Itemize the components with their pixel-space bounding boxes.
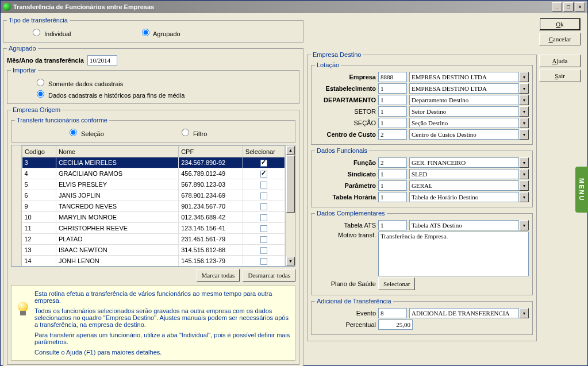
- parametro-dropdown-button[interactable]: ▾: [519, 180, 529, 191]
- mes-ano-input[interactable]: [87, 55, 117, 66]
- radio-filtro[interactable]: [182, 129, 189, 136]
- cell-codigo[interactable]: 3: [22, 157, 56, 168]
- row-checkbox[interactable]: [260, 182, 267, 188]
- cell-selecionar[interactable]: [243, 212, 285, 223]
- cell-selecionar[interactable]: [243, 168, 285, 179]
- side-menu-tab[interactable]: MENU: [575, 167, 588, 213]
- cell-cpf[interactable]: 123.145.156-41: [179, 223, 243, 234]
- cell-codigo[interactable]: 6: [22, 190, 56, 201]
- scroll-up-button[interactable]: ▲: [286, 146, 295, 155]
- grid-scrollbar[interactable]: ▲ ▼: [285, 145, 295, 266]
- cell-codigo[interactable]: 10: [22, 212, 56, 223]
- cell-nome[interactable]: GRACILIANO RAMOS: [56, 168, 178, 179]
- row-checkbox[interactable]: [260, 225, 267, 232]
- cell-selecionar[interactable]: [243, 234, 285, 245]
- radio-agrupado-label[interactable]: Agrupado: [139, 27, 180, 37]
- col-codigo-header[interactable]: Codigo: [22, 146, 56, 157]
- cell-nome[interactable]: JANIS JOPLIN: [56, 190, 178, 201]
- setor-dropdown-button[interactable]: ▾: [519, 106, 529, 117]
- estabelecimento-dropdown-button[interactable]: ▾: [519, 83, 529, 94]
- minimize-button[interactable]: _: [552, 2, 562, 11]
- row-checkbox[interactable]: [260, 214, 267, 221]
- table-row[interactable]: 4GRACILIANO RAMOS456.789.012-49: [22, 168, 285, 179]
- col-cpf-header[interactable]: CPF: [179, 146, 243, 157]
- departamento-code-input[interactable]: [378, 95, 407, 105]
- radio-individual-label[interactable]: Individual: [30, 27, 71, 37]
- secao-dropdown-button[interactable]: ▾: [519, 118, 529, 128]
- row-checkbox[interactable]: [260, 192, 267, 199]
- cell-codigo[interactable]: 9: [22, 201, 56, 212]
- col-nome-header[interactable]: Nome: [56, 146, 178, 157]
- tabela-horaria-dropdown-button[interactable]: ▾: [519, 192, 529, 202]
- cell-cpf[interactable]: 234.567.890-92: [179, 157, 243, 168]
- departamento-desc-input[interactable]: [409, 95, 519, 105]
- funcionarios-grid[interactable]: Codigo Nome CPF Selecionar 3CECILIA MEIR…: [11, 145, 295, 267]
- sindicato-desc-input[interactable]: [409, 169, 519, 179]
- cell-codigo[interactable]: 12: [22, 234, 56, 245]
- row-checkbox[interactable]: [260, 171, 267, 178]
- departamento-dropdown-button[interactable]: ▾: [519, 95, 529, 105]
- desmarcar-todas-button[interactable]: Desmarcar todas: [243, 269, 295, 282]
- table-row[interactable]: 3CECILIA MEIRELES234.567.890-92: [22, 157, 285, 168]
- centro-custo-desc-input[interactable]: [409, 129, 519, 140]
- centro-custo-code-input[interactable]: [378, 129, 407, 140]
- cell-cpf[interactable]: 145.156.123-79: [179, 256, 243, 267]
- cell-cpf[interactable]: 678.901.234-69: [179, 190, 243, 201]
- cell-nome[interactable]: MARYLIN MONROE: [56, 212, 178, 223]
- evento-desc-input[interactable]: [409, 308, 519, 318]
- cell-nome[interactable]: CECILIA MEIRELES: [56, 157, 178, 168]
- radio-historicos-label[interactable]: Dados cadastrais e históricos para fins …: [34, 88, 185, 99]
- percentual-input[interactable]: [378, 319, 413, 330]
- ok-button[interactable]: Ok: [539, 18, 581, 30]
- evento-dropdown-button[interactable]: ▾: [519, 308, 529, 318]
- cell-selecionar[interactable]: [243, 223, 285, 234]
- maximize-button[interactable]: □: [563, 2, 574, 11]
- table-row[interactable]: 14JONH LENON145.156.123-79: [22, 256, 285, 267]
- empresa-code-input[interactable]: [378, 72, 407, 82]
- radio-selecao[interactable]: [70, 129, 77, 136]
- cell-cpf[interactable]: 314.515.612-88: [179, 245, 243, 256]
- tabela-horaria-code-input[interactable]: [378, 192, 407, 202]
- radio-filtro-label[interactable]: Filtro: [179, 127, 207, 137]
- funcao-desc-input[interactable]: [409, 157, 519, 168]
- ats-dropdown-button[interactable]: ▾: [519, 220, 529, 230]
- setor-desc-input[interactable]: [409, 106, 519, 117]
- cancelar-button[interactable]: Cancelar: [539, 33, 581, 45]
- radio-cadastrais[interactable]: [37, 79, 44, 86]
- table-row[interactable]: 9TANCREDO NEVES901.234.567-70: [22, 201, 285, 212]
- sindicato-dropdown-button[interactable]: ▾: [519, 169, 529, 179]
- row-checkbox[interactable]: [260, 203, 267, 210]
- radio-selecao-label[interactable]: Seleção: [67, 127, 104, 137]
- cell-nome[interactable]: ISAAC NEWTON: [56, 245, 178, 256]
- cell-nome[interactable]: ELVIS PRESLEY: [56, 179, 178, 190]
- table-row[interactable]: 11CHRISTOPHER REEVE123.145.156-41: [22, 223, 285, 234]
- cell-selecionar[interactable]: [243, 256, 285, 267]
- table-row[interactable]: 5ELVIS PRESLEY567.890.123-03: [22, 179, 285, 190]
- estabelecimento-code-input[interactable]: [378, 83, 407, 94]
- cell-codigo[interactable]: 13: [22, 245, 56, 256]
- radio-historicos[interactable]: [37, 90, 44, 98]
- marcar-todas-button[interactable]: Marcar todas: [197, 269, 240, 282]
- cell-cpf[interactable]: 456.789.012-49: [179, 168, 243, 179]
- radio-individual[interactable]: [33, 29, 40, 36]
- cell-nome[interactable]: CHRISTOPHER REEVE: [56, 223, 178, 234]
- secao-code-input[interactable]: [378, 118, 407, 128]
- table-row[interactable]: 6JANIS JOPLIN678.901.234-69: [22, 190, 285, 201]
- row-checkbox[interactable]: [260, 247, 267, 254]
- parametro-code-input[interactable]: [378, 180, 407, 191]
- parametro-desc-input[interactable]: [409, 180, 519, 191]
- row-checkbox[interactable]: [260, 236, 267, 243]
- cell-nome[interactable]: JONH LENON: [56, 256, 178, 267]
- cell-nome[interactable]: TANCREDO NEVES: [56, 201, 178, 212]
- estabelecimento-desc-input[interactable]: [409, 83, 519, 94]
- plano-selecionar-button[interactable]: Selecionar: [378, 278, 415, 290]
- cell-nome[interactable]: PLATAO: [56, 234, 178, 245]
- ajuda-button[interactable]: Ajuda: [539, 55, 581, 67]
- radio-cadastrais-label[interactable]: Somente dados cadastrais: [34, 77, 123, 87]
- ats-desc-input[interactable]: [409, 220, 519, 230]
- setor-code-input[interactable]: [378, 106, 407, 117]
- ats-code-input[interactable]: [378, 220, 407, 230]
- close-button[interactable]: ×: [575, 2, 585, 11]
- cell-cpf[interactable]: 567.890.123-03: [179, 179, 243, 190]
- cell-cpf[interactable]: 231.451.561-79: [179, 234, 243, 245]
